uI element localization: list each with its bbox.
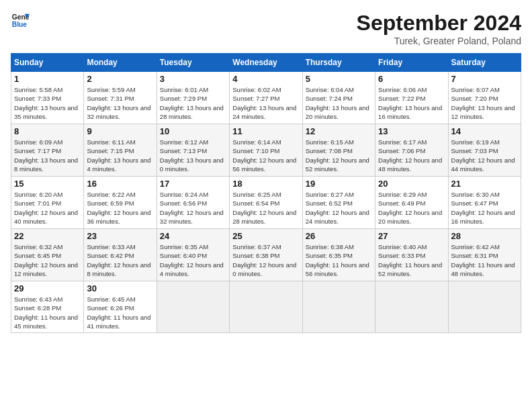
calendar-cell: 6 Sunrise: 6:06 AM Sunset: 7:22 PM Dayli… <box>375 72 448 124</box>
calendar-table: Sunday Monday Tuesday Wednesday Thursday… <box>11 53 521 333</box>
day-number: 29 <box>14 283 81 293</box>
calendar-cell: 15 Sunrise: 6:20 AM Sunset: 7:01 PM Dayl… <box>11 177 84 229</box>
day-number: 2 <box>87 74 153 84</box>
day-number: 24 <box>160 231 226 241</box>
day-number: 22 <box>14 231 81 241</box>
calendar-cell: 21 Sunrise: 6:30 AM Sunset: 6:47 PM Dayl… <box>448 177 521 229</box>
day-info: Sunrise: 5:58 AM Sunset: 7:33 PM Dayligh… <box>14 85 81 121</box>
day-info: Sunrise: 6:43 AM Sunset: 6:28 PM Dayligh… <box>14 295 81 330</box>
day-info: Sunrise: 6:06 AM Sunset: 7:22 PM Dayligh… <box>378 85 445 121</box>
day-number: 21 <box>451 179 518 189</box>
day-info: Sunrise: 6:40 AM Sunset: 6:33 PM Dayligh… <box>378 242 445 278</box>
col-thursday: Thursday <box>302 54 375 72</box>
day-info: Sunrise: 6:11 AM Sunset: 7:15 PM Dayligh… <box>87 138 153 173</box>
day-number: 1 <box>14 74 81 84</box>
day-info: Sunrise: 6:35 AM Sunset: 6:40 PM Dayligh… <box>160 242 226 278</box>
day-info: Sunrise: 6:45 AM Sunset: 6:26 PM Dayligh… <box>87 295 153 330</box>
month-title: September 2024 <box>357 11 521 36</box>
day-number: 12 <box>306 126 372 136</box>
calendar-cell: 20 Sunrise: 6:29 AM Sunset: 6:49 PM Dayl… <box>375 177 448 229</box>
day-number: 8 <box>14 126 81 136</box>
col-wednesday: Wednesday <box>230 54 302 72</box>
calendar-header-row: Sunday Monday Tuesday Wednesday Thursday… <box>11 54 521 72</box>
calendar-cell <box>157 281 229 333</box>
location: Turek, Greater Poland, Poland <box>357 36 521 46</box>
day-number: 11 <box>232 126 299 136</box>
calendar-cell: 18 Sunrise: 6:25 AM Sunset: 6:54 PM Dayl… <box>230 177 302 229</box>
day-info: Sunrise: 6:01 AM Sunset: 7:29 PM Dayligh… <box>160 85 226 121</box>
header: General Blue September 2024 Turek, Great… <box>11 11 521 46</box>
calendar-week-row: 22 Sunrise: 6:32 AM Sunset: 6:45 PM Dayl… <box>11 229 521 281</box>
day-number: 7 <box>451 74 518 84</box>
day-number: 30 <box>87 283 153 293</box>
day-info: Sunrise: 6:17 AM Sunset: 7:06 PM Dayligh… <box>378 138 445 173</box>
calendar-week-row: 1 Sunrise: 5:58 AM Sunset: 7:33 PM Dayli… <box>11 72 521 124</box>
day-number: 25 <box>232 231 299 241</box>
day-info: Sunrise: 6:30 AM Sunset: 6:47 PM Dayligh… <box>451 190 518 226</box>
calendar-cell: 10 Sunrise: 6:12 AM Sunset: 7:13 PM Dayl… <box>157 124 229 177</box>
calendar-cell: 17 Sunrise: 6:24 AM Sunset: 6:56 PM Dayl… <box>157 177 229 229</box>
col-tuesday: Tuesday <box>157 54 229 72</box>
calendar-cell: 28 Sunrise: 6:42 AM Sunset: 6:31 PM Dayl… <box>448 229 521 281</box>
day-info: Sunrise: 6:04 AM Sunset: 7:24 PM Dayligh… <box>306 85 372 121</box>
col-sunday: Sunday <box>11 54 84 72</box>
calendar-cell <box>375 281 448 333</box>
day-number: 27 <box>378 231 445 241</box>
calendar-cell: 16 Sunrise: 6:22 AM Sunset: 6:59 PM Dayl… <box>84 177 157 229</box>
day-info: Sunrise: 6:07 AM Sunset: 7:20 PM Dayligh… <box>451 85 518 121</box>
day-number: 18 <box>232 179 299 189</box>
day-info: Sunrise: 6:42 AM Sunset: 6:31 PM Dayligh… <box>451 242 518 278</box>
day-info: Sunrise: 6:38 AM Sunset: 6:35 PM Dayligh… <box>306 242 372 278</box>
day-number: 26 <box>306 231 372 241</box>
day-number: 23 <box>87 231 153 241</box>
calendar-cell: 14 Sunrise: 6:19 AM Sunset: 7:03 PM Dayl… <box>448 124 521 177</box>
col-monday: Monday <box>84 54 157 72</box>
calendar-week-row: 8 Sunrise: 6:09 AM Sunset: 7:17 PM Dayli… <box>11 124 521 177</box>
calendar-cell: 22 Sunrise: 6:32 AM Sunset: 6:45 PM Dayl… <box>11 229 84 281</box>
day-number: 10 <box>160 126 226 136</box>
calendar-week-row: 15 Sunrise: 6:20 AM Sunset: 7:01 PM Dayl… <box>11 177 521 229</box>
day-number: 6 <box>378 74 445 84</box>
day-number: 3 <box>160 74 226 84</box>
day-info: Sunrise: 6:24 AM Sunset: 6:56 PM Dayligh… <box>160 190 226 226</box>
calendar-cell: 19 Sunrise: 6:27 AM Sunset: 6:52 PM Dayl… <box>302 177 375 229</box>
calendar-cell <box>230 281 302 333</box>
calendar-cell: 11 Sunrise: 6:14 AM Sunset: 7:10 PM Dayl… <box>230 124 302 177</box>
calendar-cell: 4 Sunrise: 6:02 AM Sunset: 7:27 PM Dayli… <box>230 72 302 124</box>
calendar-cell: 7 Sunrise: 6:07 AM Sunset: 7:20 PM Dayli… <box>448 72 521 124</box>
col-saturday: Saturday <box>448 54 521 72</box>
svg-text:Blue: Blue <box>12 21 28 28</box>
day-info: Sunrise: 6:19 AM Sunset: 7:03 PM Dayligh… <box>451 138 518 173</box>
calendar-cell: 27 Sunrise: 6:40 AM Sunset: 6:33 PM Dayl… <box>375 229 448 281</box>
day-info: Sunrise: 6:27 AM Sunset: 6:52 PM Dayligh… <box>306 190 372 226</box>
day-number: 19 <box>306 179 372 189</box>
day-info: Sunrise: 6:20 AM Sunset: 7:01 PM Dayligh… <box>14 190 81 226</box>
calendar-cell: 26 Sunrise: 6:38 AM Sunset: 6:35 PM Dayl… <box>302 229 375 281</box>
calendar-cell: 13 Sunrise: 6:17 AM Sunset: 7:06 PM Dayl… <box>375 124 448 177</box>
day-info: Sunrise: 6:29 AM Sunset: 6:49 PM Dayligh… <box>378 190 445 226</box>
calendar-cell: 8 Sunrise: 6:09 AM Sunset: 7:17 PM Dayli… <box>11 124 84 177</box>
day-info: Sunrise: 6:14 AM Sunset: 7:10 PM Dayligh… <box>232 138 299 173</box>
day-info: Sunrise: 6:09 AM Sunset: 7:17 PM Dayligh… <box>14 138 81 173</box>
logo: General Blue <box>11 11 30 30</box>
calendar-cell <box>448 281 521 333</box>
day-number: 15 <box>14 179 81 189</box>
general-blue-logo-icon: General Blue <box>11 11 30 30</box>
calendar-cell: 29 Sunrise: 6:43 AM Sunset: 6:28 PM Dayl… <box>11 281 84 333</box>
day-number: 20 <box>378 179 445 189</box>
calendar-cell: 25 Sunrise: 6:37 AM Sunset: 6:38 PM Dayl… <box>230 229 302 281</box>
calendar-cell: 12 Sunrise: 6:15 AM Sunset: 7:08 PM Dayl… <box>302 124 375 177</box>
calendar-cell: 3 Sunrise: 6:01 AM Sunset: 7:29 PM Dayli… <box>157 72 229 124</box>
day-number: 9 <box>87 126 153 136</box>
day-number: 17 <box>160 179 226 189</box>
day-info: Sunrise: 6:15 AM Sunset: 7:08 PM Dayligh… <box>306 138 372 173</box>
day-number: 28 <box>451 231 518 241</box>
day-info: Sunrise: 6:25 AM Sunset: 6:54 PM Dayligh… <box>232 190 299 226</box>
calendar-cell: 9 Sunrise: 6:11 AM Sunset: 7:15 PM Dayli… <box>84 124 157 177</box>
day-number: 5 <box>306 74 372 84</box>
calendar-cell: 24 Sunrise: 6:35 AM Sunset: 6:40 PM Dayl… <box>157 229 229 281</box>
day-info: Sunrise: 5:59 AM Sunset: 7:31 PM Dayligh… <box>87 85 153 121</box>
calendar-cell: 5 Sunrise: 6:04 AM Sunset: 7:24 PM Dayli… <box>302 72 375 124</box>
title-block: September 2024 Turek, Greater Poland, Po… <box>357 11 521 46</box>
day-info: Sunrise: 6:02 AM Sunset: 7:27 PM Dayligh… <box>232 85 299 121</box>
